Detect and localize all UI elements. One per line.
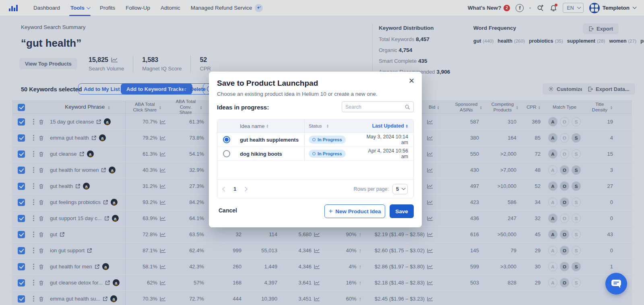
prev-page-icon[interactable] [222, 187, 227, 191]
sort-icon: ▲▼ [266, 124, 268, 128]
next-page-icon[interactable] [243, 187, 248, 191]
status-badge: In Progress [309, 136, 346, 144]
status-circle-icon [312, 152, 316, 155]
save-to-product-launchpad-modal: Save to Product Launchpad ✕ Choose an ex… [209, 72, 422, 227]
plus-icon: + [328, 207, 332, 215]
idea-name: gut health supplements [236, 133, 304, 146]
status-text: In Progress [318, 151, 342, 156]
ideas-table-body: gut health supplementsIn ProgressMay 3, … [217, 133, 413, 161]
chevron-down-icon [402, 186, 406, 190]
idea-search-input[interactable] [345, 104, 402, 110]
rows-per-page-select[interactable]: 5 [392, 184, 408, 194]
last-updated-value: Apr 4, 2024 10:56 am [365, 148, 413, 159]
sort-icon: ▲▼ [406, 124, 408, 128]
last-updated-value: May 3, 2024 10:14 am [365, 134, 413, 145]
cancel-button[interactable]: Cancel [219, 207, 237, 214]
idea-name: dog hiking boots [236, 147, 304, 161]
header-status[interactable]: Status ▲▼ [304, 120, 365, 132]
idea-row[interactable]: gut health supplementsIn ProgressMay 3, … [217, 133, 413, 147]
new-product-idea-button[interactable]: +New Product Idea [324, 204, 385, 218]
ideas-table: Idea name ▲▼ Status ▲▼ Last Updated▲▼ gu… [217, 119, 414, 198]
idea-radio[interactable] [223, 150, 230, 157]
idea-radio[interactable] [223, 136, 230, 143]
idea-row[interactable]: dog hiking bootsIn ProgressApr 4, 2024 1… [217, 147, 413, 161]
search-icon [405, 104, 410, 110]
close-icon[interactable]: ✕ [409, 76, 415, 85]
status-text: In Progress [318, 137, 342, 142]
new-product-idea-label: New Product Idea [335, 208, 381, 214]
ideas-in-progress-label: Ideas in progress: [217, 104, 269, 111]
sort-icon: ▲▼ [326, 124, 329, 128]
header-idea-name[interactable]: Idea name ▲▼ [236, 120, 304, 132]
idea-search-box [342, 101, 414, 112]
status-badge: In Progress [309, 150, 346, 158]
chat-widget-button[interactable] [605, 273, 627, 295]
ideas-table-header: Idea name ▲▼ Status ▲▼ Last Updated▲▼ [217, 120, 413, 133]
header-last-updated[interactable]: Last Updated▲▼ [365, 123, 413, 129]
modal-subtitle: Choose an existing product idea in Heliu… [217, 91, 378, 97]
page-number[interactable]: 1 [233, 186, 236, 192]
magnet-keyword-research-screen: Dashboard Tools Profits Follow-Up Adtomi… [0, 0, 644, 305]
modal-title: Save to Product Launchpad [217, 79, 318, 88]
ideas-pagination: 1 Rows per page: 5 [217, 179, 413, 198]
rows-per-page-label: Rows per page: [353, 186, 389, 192]
status-circle-icon [312, 138, 316, 141]
rows-per-page-value: 5 [396, 186, 399, 192]
chat-bubble-icon [611, 278, 622, 289]
save-button[interactable]: Save [390, 204, 414, 218]
